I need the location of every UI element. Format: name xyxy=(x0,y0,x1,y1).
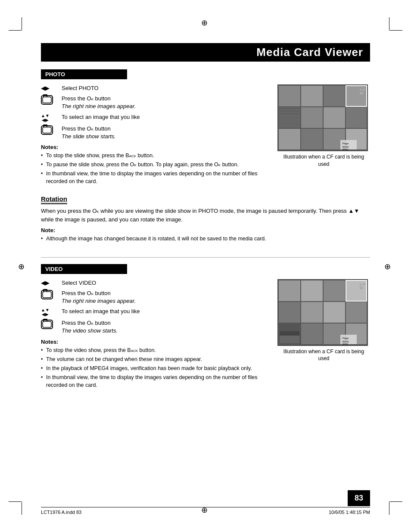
svg-rect-4 xyxy=(301,86,323,106)
rotation-note-1: Although the image has changed because i… xyxy=(41,235,370,243)
video-udlr-arrow-icon: ▲▼ ◀▶ xyxy=(41,308,58,317)
svg-text:0001: 0001 xyxy=(342,343,349,345)
lr-arrow-icon-1: ◀▶ xyxy=(41,84,58,91)
video-note-2: The volume can not be changed when these… xyxy=(41,355,269,363)
photo-content: ◀▶ Select PHOTO xyxy=(41,84,370,187)
page-footer: LCT1976 A.indd 83 10/6/05 1:48:15 PM xyxy=(41,507,370,515)
rotation-title: Rotation xyxy=(41,195,67,204)
svg-rect-28 xyxy=(279,280,300,301)
video-step-1: ◀▶ Select VIDEO xyxy=(41,279,269,287)
photo-note-2: To pause the slide show, press the Ok bu… xyxy=(41,161,269,168)
svg-text:C.F: C.F xyxy=(360,283,365,286)
svg-rect-15 xyxy=(301,129,323,149)
svg-rect-29 xyxy=(301,280,323,301)
video-note-4: In thumbnail view, the time to display t… xyxy=(41,373,269,389)
svg-text:45: 45 xyxy=(360,92,363,95)
rotation-note: Note: Although the image has changed bec… xyxy=(41,227,370,243)
svg-rect-1 xyxy=(43,127,51,133)
photo-section: PHOTO ◀▶ Select PHOTO xyxy=(41,69,370,187)
reg-mark-right xyxy=(384,262,393,271)
svg-rect-3 xyxy=(279,86,300,106)
ok-button-icon-2 xyxy=(41,125,53,135)
svg-rect-30 xyxy=(324,280,345,301)
video-ok-button-icon-2 xyxy=(41,320,53,329)
svg-rect-10 xyxy=(279,107,300,128)
svg-rect-34 xyxy=(279,302,300,323)
photo-step-2-text: Press the Ok button The right nine image… xyxy=(62,95,269,110)
video-note-1: To stop the video show, press the Back b… xyxy=(41,346,269,354)
photo-step-3: ▲▼ ◀▶ To select an image that you like xyxy=(41,113,269,122)
video-step-1-text: Select VIDEO xyxy=(62,279,269,287)
rotation-notes-list: Although the image has changed because i… xyxy=(41,235,370,243)
video-notes-list: To stop the video show, press the Back b… xyxy=(41,346,269,389)
ok-icon-1 xyxy=(41,95,58,105)
video-step-4-text: Press the Ok button The video show start… xyxy=(62,319,269,335)
photo-step-4-text: Press the Ok button The slide show start… xyxy=(62,125,269,140)
video-step-2-text: Press the Ok button The right nine image… xyxy=(62,289,269,305)
rotation-text: When you press the Ok while you are view… xyxy=(41,207,370,224)
video-step-3-text: To select an image that you like xyxy=(62,308,269,315)
udlr-arrow-icon-1: ▲▼ ◀▶ xyxy=(41,113,58,122)
video-ok-icon-2 xyxy=(41,319,58,329)
page-title: Media Card Viewer xyxy=(41,43,370,62)
svg-rect-23 xyxy=(280,111,299,112)
svg-rect-36 xyxy=(324,302,345,323)
photo-notes-list: To stop the slide show, press the Back b… xyxy=(41,152,269,186)
video-notes: Notes: To stop the video show, press the… xyxy=(41,339,269,389)
video-section: VIDEO ◀▶ Select VIDEO xyxy=(41,264,370,391)
svg-rect-12 xyxy=(324,107,345,128)
video-lr-arrow-icon: ◀▶ xyxy=(41,279,58,286)
video-image-col: C.F 56 Page xyxy=(277,279,370,363)
reg-mark-top xyxy=(201,18,210,27)
video-instructions: ◀▶ Select VIDEO xyxy=(41,279,269,391)
photo-step-1-text: Select PHOTO xyxy=(62,84,269,92)
photo-step-1: ◀▶ Select PHOTO xyxy=(41,84,269,92)
svg-text:Page: Page xyxy=(342,337,349,339)
rotation-section: Rotation When you press the Ok while you… xyxy=(41,195,370,248)
svg-text:0002: 0002 xyxy=(342,148,349,151)
video-content: ◀▶ Select VIDEO xyxy=(41,279,370,391)
photo-section-header: PHOTO xyxy=(41,69,127,79)
photo-notes-label: Notes: xyxy=(41,144,269,150)
photo-instructions: ◀▶ Select PHOTO xyxy=(41,84,269,187)
video-step-3: ▲▼ ◀▶ To select an image that you like xyxy=(41,308,269,317)
photo-step-2: Press the Ok button The right nine image… xyxy=(41,95,269,110)
main-content: Media Card Viewer PHOTO ◀▶ Select PHOTO xyxy=(41,43,370,489)
video-ok-button-icon xyxy=(41,290,53,299)
svg-rect-35 xyxy=(301,302,323,323)
video-section-header: VIDEO xyxy=(41,264,127,274)
photo-notes: Notes: To stop the slide show, press the… xyxy=(41,144,269,186)
photo-image-col: C.F 45 Page xyxy=(277,84,370,168)
video-cf-illustration: C.F 56 Page xyxy=(277,279,368,346)
video-step-4: Press the Ok button The video show start… xyxy=(41,319,269,335)
video-cf-caption: Illustration when a CF card is being use… xyxy=(277,348,370,363)
svg-rect-13 xyxy=(346,107,367,128)
svg-rect-25 xyxy=(43,292,51,298)
video-note-3: In the playback of MPEG4 images, verific… xyxy=(41,364,269,372)
ok-button-icon xyxy=(41,95,53,105)
svg-rect-0 xyxy=(43,97,51,103)
section-divider xyxy=(41,257,370,258)
photo-step-3-text: To select an image that you like xyxy=(62,113,269,121)
footer-right: 10/6/05 1:48:15 PM xyxy=(329,510,370,515)
svg-rect-47 xyxy=(280,336,299,343)
svg-text:Page: Page xyxy=(342,142,349,145)
svg-rect-24 xyxy=(280,113,299,114)
svg-rect-37 xyxy=(346,302,367,323)
photo-step-4: Press the Ok button The slide show start… xyxy=(41,125,269,140)
rotation-note-label: Note: xyxy=(41,227,370,233)
photo-cf-illustration: C.F 45 Page xyxy=(277,84,368,151)
svg-rect-39 xyxy=(301,324,323,344)
photo-note-3: In thumbnail view, the time to display t… xyxy=(41,170,269,185)
svg-text:C.F: C.F xyxy=(360,88,365,92)
svg-rect-5 xyxy=(324,86,345,106)
photo-cf-caption: Illustration when a CF card is being use… xyxy=(277,153,370,168)
video-ok-icon-1 xyxy=(41,289,58,299)
svg-rect-11 xyxy=(301,107,323,128)
svg-text:56: 56 xyxy=(360,286,363,289)
svg-rect-26 xyxy=(43,321,51,327)
svg-rect-22 xyxy=(280,108,299,109)
svg-rect-14 xyxy=(279,129,300,149)
footer-left: LCT1976 A.indd 83 xyxy=(41,510,81,515)
reg-mark-left xyxy=(18,262,27,271)
